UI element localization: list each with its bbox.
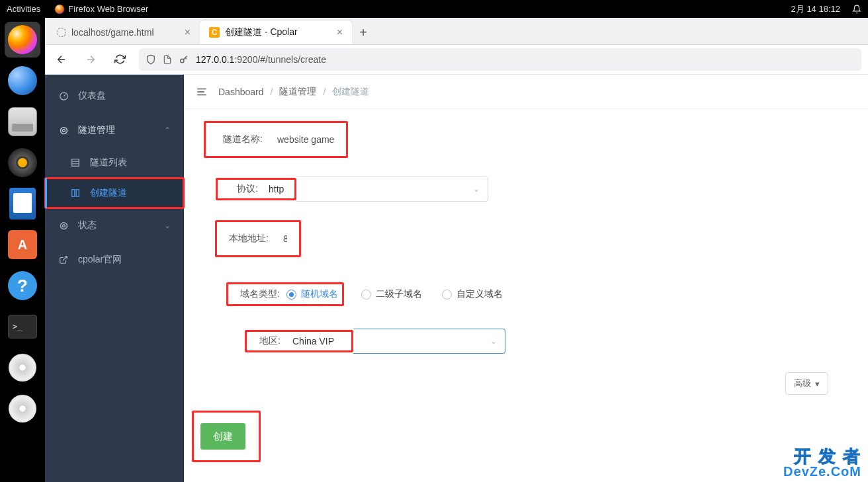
- browser-tab-2[interactable]: C 创建隧道 - Cpolar ×: [200, 20, 352, 44]
- dock-help[interactable]: ?: [5, 268, 40, 303]
- thunderbird-icon: [8, 66, 37, 95]
- close-icon[interactable]: ×: [337, 26, 343, 38]
- radio-subdomain[interactable]: 二级子域名: [361, 288, 422, 300]
- active-app-indicator[interactable]: Firefox Web Browser: [55, 4, 148, 14]
- url-input[interactable]: 127.0.0.1:9200/#/tunnels/create: [139, 48, 861, 71]
- advanced-toggle[interactable]: 高级 ▾: [785, 372, 828, 395]
- active-app-label: Firefox Web Browser: [68, 4, 148, 14]
- shield-icon: [146, 54, 156, 65]
- radio-random-domain[interactable]: 随机域名: [286, 288, 338, 300]
- local-address-input[interactable]: [275, 226, 295, 251]
- page-content: 仪表盘 隧道管理 ⌃ 隧道列表 创建隧道 状态: [45, 75, 868, 482]
- sidebar-item-cpolar-site[interactable]: cpolar官网: [45, 243, 184, 277]
- breadcrumb: Dashboard / 隧道管理 / 创建隧道: [218, 86, 369, 98]
- sidebar-item-tunnel-list[interactable]: 隧道列表: [45, 147, 184, 178]
- chevron-down-icon: ⌄: [473, 184, 480, 194]
- protocol-value: http: [265, 184, 291, 194]
- breadcrumb-item[interactable]: 隧道管理: [279, 86, 316, 98]
- radio-icon: [286, 290, 296, 300]
- files-icon: [8, 107, 37, 136]
- sidebar-item-label: 仪表盘: [78, 90, 106, 102]
- dock-files[interactable]: [5, 104, 40, 140]
- target-icon: [58, 221, 69, 231]
- tunnel-name-input[interactable]: [269, 127, 342, 152]
- tunnel-name-label: 隧道名称:: [210, 134, 263, 145]
- favicon-cpolar: C: [209, 27, 220, 38]
- gnome-top-bar: Activities Firefox Web Browser 2月 14 18:…: [0, 0, 868, 18]
- watermark: 开 发 者 DevZe.CoM: [783, 448, 861, 478]
- forward-button[interactable]: [81, 50, 101, 69]
- disc-icon: [9, 395, 36, 422]
- svg-point-0: [181, 59, 184, 62]
- region-value: China VIP: [287, 336, 348, 346]
- svg-rect-5: [72, 190, 75, 197]
- list-icon: [70, 158, 81, 167]
- favicon-generic: [57, 28, 66, 37]
- protocol-label: 协议:: [221, 183, 258, 195]
- disc-icon: [9, 354, 36, 382]
- reload-button[interactable]: [110, 50, 130, 69]
- breadcrumb-item[interactable]: Dashboard: [218, 87, 264, 97]
- activities-button[interactable]: Activities: [7, 4, 40, 14]
- app-sidebar: 仪表盘 隧道管理 ⌃ 隧道列表 创建隧道 状态: [45, 75, 184, 482]
- dock-terminal[interactable]: >_: [5, 309, 40, 344]
- notification-icon[interactable]: [852, 5, 861, 14]
- chevron-down-icon: ⌄: [490, 337, 497, 346]
- sidebar-item-status[interactable]: 状态 ⌄: [45, 208, 184, 243]
- region-label: 地区:: [250, 335, 281, 347]
- help-icon: ?: [8, 271, 37, 300]
- sidebar-item-tunnel-create[interactable]: 创建隧道: [45, 178, 184, 208]
- firefox-icon: [8, 25, 37, 54]
- rhythmbox-icon: [8, 148, 37, 177]
- sidebar-item-label: 隧道管理: [78, 124, 115, 136]
- create-button[interactable]: 创建: [200, 423, 245, 450]
- sidebar-item-dashboard[interactable]: 仪表盘: [45, 79, 184, 113]
- tab-title: localhost/game.html: [71, 27, 154, 38]
- tab-title: 创建隧道 - Cpolar: [225, 26, 298, 38]
- dock-thunderbird[interactable]: [5, 63, 40, 99]
- clock[interactable]: 2月 14 18:12: [791, 3, 840, 15]
- back-button[interactable]: [52, 50, 71, 69]
- region-select[interactable]: ⌄: [353, 329, 505, 354]
- target-icon: [58, 126, 69, 136]
- breadcrumb-current: 创建隧道: [332, 86, 369, 98]
- dock-disc-1[interactable]: [5, 350, 40, 385]
- close-icon[interactable]: ×: [185, 26, 191, 38]
- content-header: Dashboard / 隧道管理 / 创建隧道: [184, 75, 868, 109]
- sidebar-item-tunnel-mgmt[interactable]: 隧道管理 ⌃: [45, 113, 184, 147]
- ubuntu-dock: A ? >_: [0, 18, 45, 482]
- dock-rhythmbox[interactable]: [5, 145, 40, 181]
- svg-point-3: [62, 129, 65, 132]
- sidebar-item-label: cpolar官网: [78, 254, 122, 266]
- main-content: Dashboard / 隧道管理 / 创建隧道 隧道名称:: [184, 75, 868, 482]
- field-tunnel-name: 隧道名称:: [204, 121, 348, 158]
- dock-software[interactable]: A: [5, 227, 40, 262]
- svg-point-2: [60, 127, 67, 134]
- new-tab-button[interactable]: +: [352, 22, 374, 44]
- libreoffice-icon: [9, 188, 36, 220]
- protocol-select[interactable]: ⌄: [296, 177, 488, 202]
- browser-tab-1[interactable]: localhost/game.html ×: [48, 20, 200, 44]
- caret-down-icon: ▾: [815, 379, 820, 389]
- svg-point-7: [60, 222, 67, 229]
- domain-type-label: 域名类型:: [232, 288, 280, 300]
- key-icon: [179, 54, 189, 65]
- svg-rect-4: [72, 159, 79, 167]
- gauge-icon: [58, 91, 69, 101]
- sidebar-item-label: 隧道列表: [90, 157, 127, 169]
- dock-firefox[interactable]: [5, 22, 40, 58]
- local-address-label: 本地地址:: [221, 233, 269, 245]
- radio-icon: [442, 290, 452, 300]
- dock-libreoffice[interactable]: [5, 186, 40, 221]
- svg-point-8: [62, 224, 65, 227]
- address-bar: 127.0.0.1:9200/#/tunnels/create: [45, 45, 868, 75]
- dock-disc-2[interactable]: [5, 391, 40, 426]
- sidebar-item-label: 创建隧道: [90, 187, 127, 199]
- radio-icon: [361, 290, 371, 300]
- menu-toggle-icon[interactable]: [196, 87, 208, 97]
- external-link-icon: [58, 255, 69, 264]
- radio-custom-domain[interactable]: 自定义域名: [442, 288, 503, 300]
- firefox-icon: [55, 5, 64, 14]
- page-icon: [163, 55, 172, 64]
- firefox-window: localhost/game.html × C 创建隧道 - Cpolar × …: [45, 18, 868, 482]
